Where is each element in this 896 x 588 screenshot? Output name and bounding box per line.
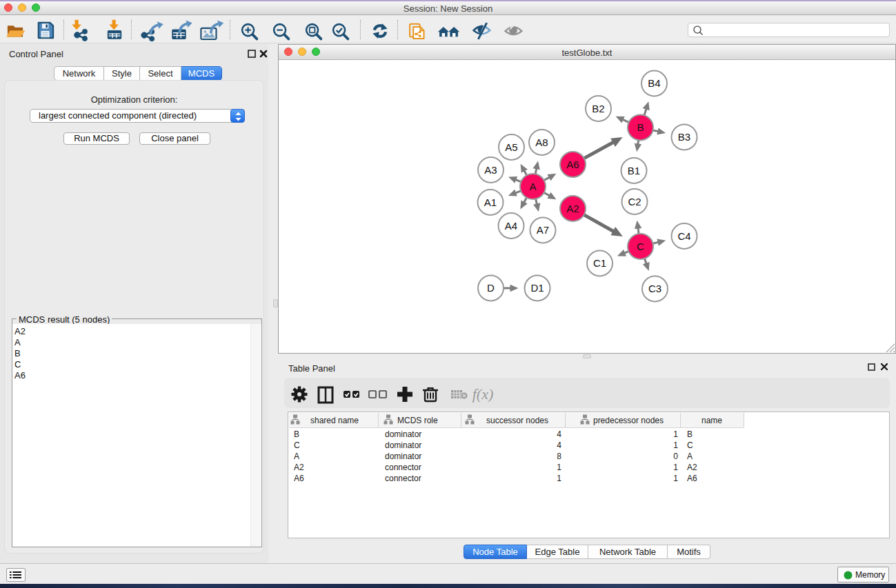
svg-text:A: A <box>529 181 536 192</box>
svg-text:B1: B1 <box>628 165 640 176</box>
svg-text:A2: A2 <box>566 203 579 214</box>
svg-text:A7: A7 <box>537 224 549 236</box>
svg-text:A5: A5 <box>505 141 517 153</box>
svg-text:C2: C2 <box>628 196 641 207</box>
svg-text:B4: B4 <box>648 77 660 89</box>
svg-text:A8: A8 <box>535 136 548 148</box>
svg-text:A6: A6 <box>566 159 579 170</box>
svg-text:D1: D1 <box>530 282 544 294</box>
svg-text:B3: B3 <box>678 131 690 143</box>
svg-text:C1: C1 <box>593 257 606 269</box>
svg-text:C: C <box>637 241 644 252</box>
svg-text:C4: C4 <box>677 230 690 242</box>
svg-text:f(x): f(x) <box>472 385 494 403</box>
svg-text:A3: A3 <box>484 164 497 176</box>
svg-text:D: D <box>487 282 495 294</box>
svg-text:B2: B2 <box>592 103 604 114</box>
svg-text:A4: A4 <box>505 220 517 232</box>
svg-text:A1: A1 <box>484 196 497 208</box>
svg-text:C3: C3 <box>648 283 661 294</box>
svg-text:B: B <box>637 121 644 133</box>
